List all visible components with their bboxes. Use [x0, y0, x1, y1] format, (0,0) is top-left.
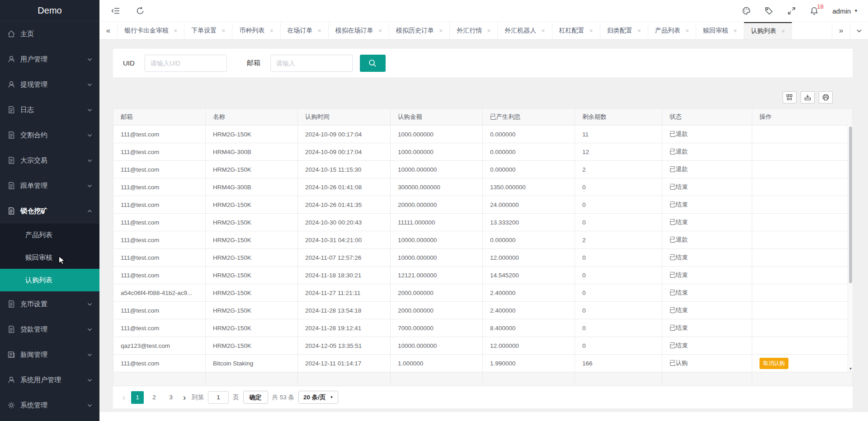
close-icon[interactable]: × — [590, 28, 593, 34]
sidebar-subitem[interactable]: 认购列表 — [0, 269, 99, 291]
refresh-icon[interactable] — [136, 6, 145, 15]
tab[interactable]: 下单设置× — [184, 22, 232, 39]
cell-status: 已结束 — [662, 214, 752, 231]
tab[interactable]: 模拟在场订单× — [329, 22, 389, 39]
tabs-scroll-right-button[interactable]: » — [832, 22, 850, 39]
cancel-subscription-button[interactable]: 取消认购 — [760, 358, 788, 369]
close-icon[interactable]: × — [781, 28, 785, 34]
close-icon[interactable]: × — [685, 28, 689, 34]
table-row: 111@test.comHRM4G-300B2024-10-26 01:41:0… — [113, 178, 853, 196]
tab-label: 杠杠配置 — [559, 27, 585, 35]
page-button[interactable]: 3 — [165, 391, 177, 404]
sidebar-item[interactable]: 系统用户管理 — [0, 367, 99, 393]
sidebar-item[interactable]: 交割合约 — [0, 122, 99, 148]
tab[interactable]: 认购列表× — [744, 22, 792, 39]
columns-toggle-button[interactable] — [783, 91, 797, 103]
goto-confirm-button[interactable]: 确定 — [243, 391, 268, 404]
sidebar-item[interactable]: 新闻管理 — [0, 342, 99, 367]
cell-email: a54c06f4-f088-41b2-ac9... — [113, 284, 206, 302]
sidebar-item[interactable]: 大宗交易 — [0, 148, 99, 173]
tag-icon[interactable] — [764, 6, 774, 15]
close-icon[interactable]: × — [378, 28, 382, 34]
menu-fold-icon[interactable] — [111, 6, 120, 15]
tab[interactable]: 赎回审核× — [696, 22, 744, 39]
column-header: 认购金额 — [391, 109, 483, 126]
cell-status: 已结束 — [662, 196, 752, 214]
cell-interest: 12.000000 — [483, 337, 575, 355]
prev-page-button[interactable]: ‹ — [121, 393, 127, 402]
tab[interactable]: 外汇机器人× — [498, 22, 552, 39]
page-button[interactable]: 2 — [148, 391, 160, 404]
scrollbar-down-arrow[interactable]: ▼ — [848, 367, 853, 371]
cell-amount: 7000.000000 — [391, 319, 483, 337]
close-icon[interactable]: × — [269, 28, 273, 34]
cell-name: Bitcoin Staking — [206, 355, 298, 372]
page-size-value: 20 条/页 — [303, 393, 326, 402]
tab[interactable]: 在场订单× — [281, 22, 329, 39]
palette-icon[interactable] — [742, 6, 751, 15]
sidebar-item[interactable]: 贷款管理 — [0, 317, 99, 342]
sidebar-item[interactable]: 锁仓挖矿 — [0, 198, 99, 224]
table-row: 111@test.comHRM2G-150K2024-11-28 13:54:1… — [113, 302, 853, 319]
sidebar-item[interactable]: 提现管理 — [0, 72, 99, 97]
tab[interactable]: 归类配置× — [600, 22, 648, 39]
tab[interactable]: 外汇行情× — [450, 22, 498, 39]
cell-remaining: 0 — [575, 214, 662, 231]
email-input[interactable] — [270, 55, 353, 72]
cell-remaining: 0 — [575, 249, 662, 267]
next-page-button[interactable]: › — [181, 393, 188, 402]
sidebar-item[interactable]: 日志 — [0, 97, 99, 122]
page-size-select[interactable]: 20 条/页 ▼ — [298, 391, 338, 404]
cell-action — [752, 161, 853, 178]
cell-action — [752, 337, 853, 355]
uid-input[interactable] — [145, 55, 227, 72]
cell-amount: 1.000000 — [391, 355, 483, 372]
chevron-down-icon — [87, 133, 92, 138]
export-icon — [804, 94, 811, 101]
tab[interactable]: 模拟历史订单× — [389, 22, 450, 39]
sidebar-item-label: 跟单管理 — [20, 182, 47, 190]
close-icon[interactable]: × — [637, 28, 641, 34]
close-icon[interactable]: × — [487, 28, 491, 34]
notifications-bell[interactable]: 18 — [810, 6, 819, 15]
close-icon[interactable]: × — [439, 28, 443, 34]
cell-time: 2024-11-28 19:12:41 — [298, 319, 391, 337]
sidebar-item-label: 新闻管理 — [20, 351, 47, 359]
column-header: 名称 — [206, 109, 298, 126]
tab[interactable]: 产品列表× — [648, 22, 696, 39]
close-icon[interactable]: × — [174, 28, 177, 34]
sidebar-item[interactable]: 主页 — [0, 21, 99, 47]
tab[interactable]: 币种列表× — [232, 22, 280, 39]
tabs-scroll-left-button[interactable]: « — [99, 22, 118, 39]
cell-amount: 20000.000000 — [391, 196, 483, 214]
sidebar-subitem[interactable]: 产品列表 — [0, 224, 99, 246]
fullscreen-icon[interactable] — [787, 6, 796, 15]
cell-amount: 1000.000000 — [391, 143, 483, 161]
scrollbar-thumb[interactable] — [849, 126, 852, 283]
goto-page-input[interactable] — [208, 391, 229, 404]
sidebar-item[interactable]: 用户管理 — [0, 47, 99, 72]
search-button[interactable] — [360, 55, 386, 72]
sidebar-subitem[interactable]: 赎回审核 — [0, 246, 99, 269]
close-icon[interactable]: × — [733, 28, 737, 34]
sidebar-item[interactable]: 跟单管理 — [0, 173, 99, 198]
export-button[interactable] — [801, 91, 815, 103]
page-button[interactable]: 1 — [131, 391, 144, 404]
print-button[interactable] — [819, 91, 833, 103]
close-icon[interactable]: × — [541, 28, 545, 34]
tab[interactable]: 杠杠配置× — [552, 22, 600, 39]
close-icon[interactable]: × — [222, 28, 225, 34]
tab[interactable]: 银行卡出金审核× — [118, 22, 184, 39]
cell-amount: 300000.000000 — [391, 178, 483, 196]
tabs-menu-button[interactable] — [850, 22, 868, 39]
doc-icon — [7, 131, 15, 139]
cell-name: HRM2G-150K — [206, 337, 298, 355]
sidebar-item-label: 系统用户管理 — [20, 376, 61, 384]
user-name: admin — [832, 7, 851, 15]
tab-label: 产品列表 — [655, 27, 680, 35]
sidebar-item[interactable]: 系统管理 — [0, 393, 99, 418]
sidebar-item-label: 大宗交易 — [20, 156, 47, 165]
close-icon[interactable]: × — [318, 28, 321, 34]
sidebar-item[interactable]: 充币设置 — [0, 291, 99, 317]
user-menu[interactable]: admin ▼ — [832, 7, 858, 15]
